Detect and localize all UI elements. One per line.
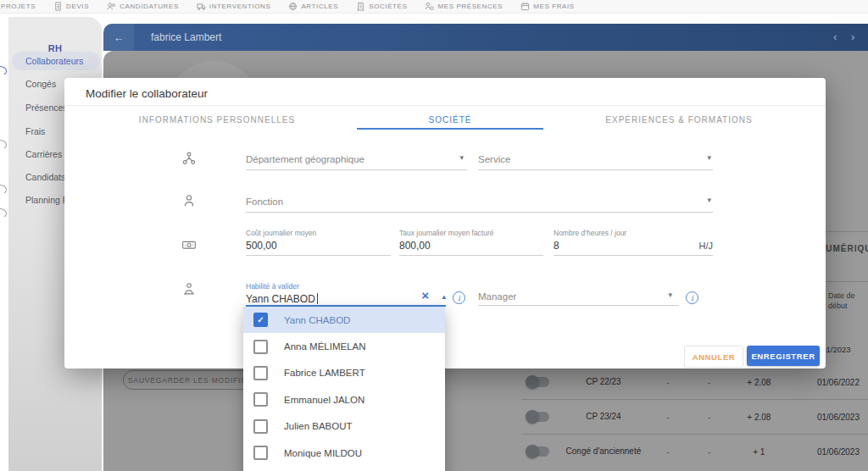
document-icon	[53, 2, 63, 11]
cout-journalier-field[interactable]: Coût journalier moyen 500,00	[246, 229, 391, 256]
modal-title: Modifier le collaborateur	[86, 87, 208, 100]
divider	[64, 105, 826, 106]
truck-icon	[197, 2, 206, 11]
tab-informations-personnelles[interactable]: INFORMATIONS PERSONNELLES	[139, 115, 295, 125]
checkbox-icon[interactable]	[253, 446, 268, 460]
checkbox-icon[interactable]	[253, 366, 268, 380]
back-arrow-icon: ←	[114, 31, 125, 44]
frais-icon	[0, 140, 8, 148]
people-icon	[107, 2, 116, 11]
service-select[interactable]: Service ▾	[478, 151, 713, 170]
chevron-left-icon: ‹	[833, 30, 837, 43]
chevron-down-icon: ▾	[459, 153, 464, 162]
person-icon	[181, 193, 197, 208]
text-cursor	[317, 293, 318, 304]
nombre-heures-field[interactable]: Nombre d'heures / jour 8 H/J	[554, 229, 713, 256]
candidats-icon	[0, 185, 8, 193]
nav-item-interventions[interactable]: INTERVENTIONS	[197, 2, 271, 11]
chevron-down-icon: ▾	[668, 291, 672, 299]
checkbox-icon[interactable]	[253, 340, 268, 354]
active-tab-indicator	[357, 128, 543, 130]
chevron-down-icon: ▾	[707, 153, 711, 162]
dropdown-option[interactable]: Anna MÉLIMELAN	[243, 333, 445, 359]
fonction-select[interactable]: Fonction ▾	[246, 193, 713, 213]
top-nav: PROJETS DEVIS CANDIDATURES INTERVENTIONS…	[0, 0, 868, 14]
sidebar-item-collaborateurs[interactable]: Collaborateurs	[12, 52, 100, 70]
planning-icon	[0, 208, 8, 217]
nav-item-devis[interactable]: DEVIS	[53, 2, 89, 11]
calendar-icon	[520, 2, 530, 11]
nav-item-mes-frais[interactable]: MES FRAIS	[520, 2, 575, 11]
departement-geographique-select[interactable]: Département géographique ▾	[246, 151, 467, 170]
habilite-options-dropdown: ✓ Yann CHABOD Anna MÉLIMELAN Fabrice LAM…	[243, 307, 445, 471]
tab-societe[interactable]: SOCIÉTÉ	[429, 115, 472, 125]
validator-person-icon	[181, 281, 197, 296]
checkbox-checked-icon[interactable]: ✓	[253, 313, 268, 327]
manager-select[interactable]: Manager ▾	[478, 288, 679, 306]
nav-item-mes-presences[interactable]: MES PRÉSENCES	[425, 2, 503, 11]
page-header: ← fabrice Lambert ‹ ›	[103, 24, 868, 51]
globe-icon	[288, 2, 298, 11]
save-button[interactable]: ENREGISTRER	[747, 346, 820, 366]
checkbox-icon[interactable]	[253, 419, 268, 434]
tab-experiences-formations[interactable]: EXPÉRIENCES & FORMATIONS	[605, 115, 752, 125]
clear-icon[interactable]: ×	[421, 288, 429, 302]
org-structure-icon	[181, 151, 197, 166]
person-clock-icon	[425, 2, 434, 11]
nav-item-candidatures[interactable]: CANDIDATURES	[107, 2, 179, 11]
info-icon[interactable]: i	[686, 291, 698, 304]
prev-record-button[interactable]: ‹	[833, 30, 837, 43]
next-record-button[interactable]: ›	[851, 30, 854, 43]
nav-item-societes[interactable]: SOCIÉTÉS	[356, 2, 407, 11]
page-title: fabrice Lambert	[151, 31, 221, 43]
back-button[interactable]: ←	[103, 24, 134, 51]
nav-label: PROJETS	[1, 3, 36, 10]
chevron-down-icon: ▾	[707, 196, 711, 204]
dropdown-option[interactable]: Emmanuel JALON	[243, 386, 445, 413]
dropdown-option[interactable]: ✓ Yann CHABOD	[243, 307, 445, 333]
cancel-button[interactable]: ANNULER	[684, 346, 743, 368]
nav-item-projets[interactable]: PROJETS	[1, 3, 36, 10]
dropdown-option[interactable]: Julien BABOUT	[243, 413, 445, 440]
habilite-a-valider-field[interactable]: Habilité à valider Yann CHABOD × ▴	[246, 282, 446, 306]
info-icon[interactable]: i	[453, 291, 465, 304]
checkbox-icon[interactable]	[253, 392, 268, 407]
chevron-right-icon: ›	[851, 30, 854, 43]
dropdown-option[interactable]: Fabrice LAMBERT	[243, 360, 445, 386]
collaborateurs-icon	[0, 66, 8, 75]
banknote-icon	[181, 237, 197, 252]
nav-item-articles[interactable]: ARTICLES	[288, 2, 338, 11]
chevron-up-icon[interactable]: ▴	[442, 292, 446, 301]
dropdown-option[interactable]: Monique MILDOU	[243, 440, 445, 466]
building-icon	[356, 2, 365, 11]
unit-suffix: H/J	[699, 241, 714, 251]
edit-collaborator-modal: Modifier le collaborateur INFORMATIONS P…	[64, 78, 826, 368]
taux-journalier-field[interactable]: Taux journalier moyen facturé 800,00	[399, 229, 543, 256]
